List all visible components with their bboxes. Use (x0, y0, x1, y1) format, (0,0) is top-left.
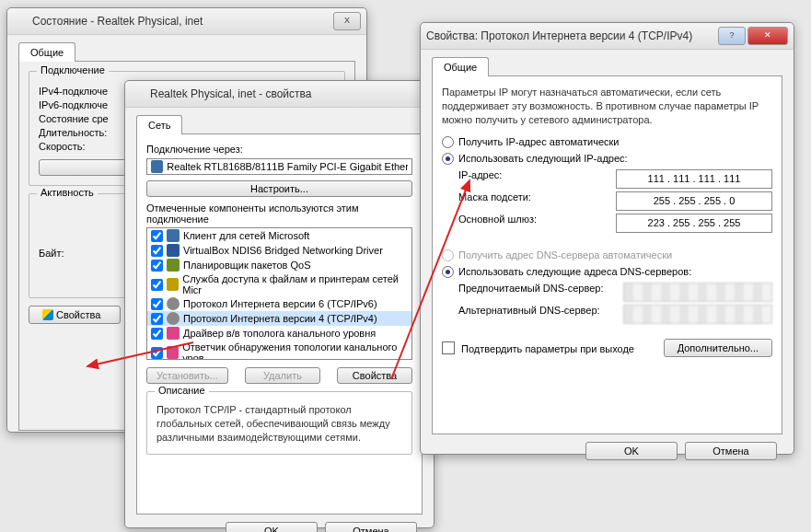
mask-label: Маска подсети: (458, 191, 531, 211)
description-legend: Описание (155, 385, 209, 396)
network-icon (13, 14, 28, 29)
item-checkbox[interactable] (151, 298, 163, 310)
bytes-label: Байт: (39, 248, 64, 259)
components-list[interactable]: Клиент для сетей Microsoft VirtualBox ND… (146, 227, 412, 360)
radio-use-dns-label: Использовать следующие адреса DNS-сервер… (458, 266, 691, 277)
vbox-icon (167, 244, 180, 257)
ipv6-icon (167, 297, 180, 310)
item-checkbox[interactable] (151, 279, 163, 291)
close-button[interactable]: X (333, 12, 361, 30)
responder-icon (167, 346, 179, 359)
adapter-name-field: Realtek RTL8168B/8111B Family PCI-E Giga… (146, 158, 412, 175)
adapter-name-text: Realtek RTL8168B/8111B Family PCI-E Giga… (167, 161, 408, 172)
status-titlebar[interactable]: Состояние - Realtek Physical, inet X (7, 8, 366, 35)
client-icon (167, 229, 180, 242)
preferred-dns-field[interactable] (623, 283, 772, 302)
connect-via-label: Подключение через: (146, 144, 412, 155)
list-item[interactable]: Клиент для сетей Microsoft (147, 228, 411, 243)
driver-icon (167, 327, 180, 340)
item-checkbox[interactable] (151, 328, 163, 340)
close-button[interactable]: ✕ (747, 27, 788, 45)
help-button[interactable]: ? (718, 27, 746, 45)
dns2-label: Альтернативный DNS-сервер: (458, 305, 600, 324)
tab-general[interactable]: Общие (18, 42, 75, 62)
list-item[interactable]: VirtualBox NDIS6 Bridged Networking Driv… (147, 243, 411, 258)
configure-button[interactable]: Настроить... (146, 180, 412, 197)
status-title: Состояние - Realtek Physical, inet (32, 15, 333, 28)
radio-auto-dns: Получить адрес DNS-сервера автоматически (442, 249, 772, 261)
adapter-titlebar[interactable]: Realtek Physical, inet - свойства (125, 81, 434, 108)
list-item-label: Протокол Интернета версии 4 (TCP/IPv4) (183, 313, 377, 324)
list-item[interactable]: Протокол Интернета версии 6 (TCP/IPv6) (147, 296, 411, 311)
tab-network[interactable]: Сеть (136, 115, 182, 134)
radio-icon (442, 153, 454, 165)
cancel-button[interactable]: Отмена (685, 442, 777, 460)
radio-icon (442, 249, 454, 261)
radio-auto-dns-label: Получить адрес DNS-сервера автоматически (458, 249, 672, 260)
ip-address-field[interactable]: 111 . 111 . 111 . 111 (616, 169, 772, 189)
properties-button[interactable]: Свойства (29, 306, 121, 324)
gateway-value: 223 . 255 . 255 . 255 (648, 217, 741, 228)
list-item-label: Драйвер в/в тополога канального уровня (183, 328, 376, 339)
list-item-label: Служба доступа к файлам и принтерам сете… (182, 273, 408, 295)
ip-value: 111 . 111 . 111 . 111 (648, 173, 741, 184)
ipv4-titlebar[interactable]: Свойства: Протокол Интернета версии 4 (T… (421, 23, 794, 50)
adapter-icon (151, 160, 163, 173)
ok-button[interactable]: OK (585, 442, 678, 460)
ipv4-title: Свойства: Протокол Интернета версии 4 (T… (426, 29, 718, 42)
list-item-label: Клиент для сетей Microsoft (183, 230, 309, 241)
radio-auto-ip[interactable]: Получить IP-адрес автоматически (442, 136, 772, 148)
item-checkbox[interactable] (151, 230, 163, 242)
list-item[interactable]: Драйвер в/в тополога канального уровня (147, 326, 411, 341)
radio-icon (442, 136, 454, 148)
network-icon (131, 87, 145, 101)
cancel-button[interactable]: Отмена (325, 522, 417, 532)
item-checkbox[interactable] (151, 260, 163, 272)
tab-general[interactable]: Общие (432, 57, 489, 76)
mask-value: 255 . 255 . 255 . 0 (654, 195, 736, 206)
list-item[interactable]: Служба доступа к файлам и принтерам сете… (147, 272, 411, 296)
ipv4-icon (167, 312, 180, 325)
ipv4-props-window: Свойства: Протокол Интернета версии 4 (T… (420, 22, 794, 455)
item-checkbox[interactable] (151, 313, 163, 325)
validate-label: Подтвердить параметры при выходе (461, 343, 634, 354)
radio-use-ip-label: Использовать следующий IP-адрес: (458, 153, 628, 164)
subnet-mask-field[interactable]: 255 . 255 . 255 . 0 (616, 191, 772, 211)
properties-button-label: Свойства (56, 309, 100, 320)
connection-group-label: Подключение (37, 64, 109, 75)
list-item-selected[interactable]: Протокол Интернета версии 4 (TCP/IPv4) (147, 311, 411, 326)
adapter-props-window: Realtek Physical, inet - свойства Сеть П… (124, 80, 434, 528)
ipv4-intro-text: Параметры IP могут назначаться автоматич… (442, 86, 772, 127)
item-checkbox[interactable] (151, 245, 163, 257)
ipv6-label: IPv6-подключе (39, 99, 108, 110)
checkbox-icon (442, 341, 455, 354)
radio-use-ip[interactable]: Использовать следующий IP-адрес: (442, 153, 772, 165)
ip-label: IP-адрес: (458, 169, 502, 189)
components-label: Отмеченные компоненты используются этим … (146, 202, 412, 225)
validate-checkbox-row[interactable]: Подтвердить параметры при выходе (442, 341, 634, 354)
description-text: Протокол TCP/IP - стандартный протокол г… (156, 403, 402, 445)
speed-label: Скорость: (39, 141, 86, 152)
component-properties-button[interactable]: Свойства (337, 367, 412, 384)
radio-use-dns[interactable]: Использовать следующие адреса DNS-сервер… (442, 266, 772, 278)
remove-button[interactable]: Удалить (245, 367, 320, 384)
radio-auto-ip-label: Получить IP-адрес автоматически (458, 136, 619, 147)
item-checkbox[interactable] (151, 347, 163, 359)
alternate-dns-field[interactable] (623, 305, 772, 324)
adapter-title: Realtek Physical, inet - свойства (150, 87, 428, 100)
list-item-label: Планировщик пакетов QoS (183, 260, 311, 271)
share-icon (167, 278, 179, 291)
list-item[interactable]: Планировщик пакетов QoS (147, 258, 411, 272)
advanced-button[interactable]: Дополнительно... (664, 339, 772, 357)
list-item-label: VirtualBox NDIS6 Bridged Networking Driv… (183, 245, 383, 256)
duration-label: Длительность: (39, 127, 107, 138)
radio-icon (442, 266, 454, 278)
install-button[interactable]: Установить... (146, 367, 228, 384)
list-item-label: Ответчик обнаружения топологии канальног… (182, 341, 408, 360)
ok-button[interactable]: OK (226, 522, 318, 532)
gateway-field[interactable]: 223 . 255 . 255 . 255 (616, 214, 772, 233)
list-item[interactable]: Ответчик обнаружения топологии канальног… (147, 341, 411, 360)
state-label: Состояние сре (39, 113, 109, 124)
ipv4-label: IPv4-подключе (39, 86, 108, 97)
activity-group-label: Активность (37, 187, 98, 198)
